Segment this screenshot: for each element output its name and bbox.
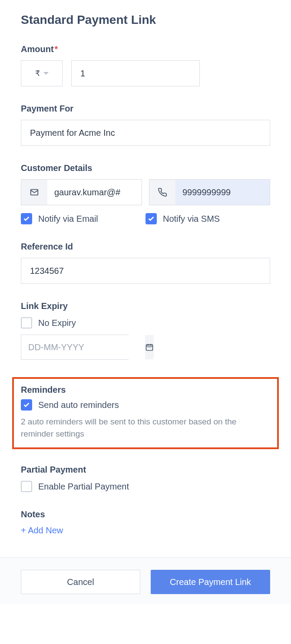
add-note-button[interactable]: + Add New xyxy=(21,526,63,536)
calendar-icon xyxy=(145,343,154,352)
page-title: Standard Payment Link xyxy=(21,13,270,27)
reference-section: Reference Id xyxy=(21,242,270,284)
svg-point-5 xyxy=(148,347,149,348)
reference-label: Reference Id xyxy=(21,242,270,252)
cancel-button[interactable]: Cancel xyxy=(21,570,140,594)
payment-for-input[interactable] xyxy=(21,120,270,146)
partial-payment-section: Partial Payment Enable Partial Payment xyxy=(21,465,270,492)
payment-for-section: Payment For xyxy=(21,104,270,146)
amount-label: Amount* xyxy=(21,44,270,54)
expiry-date-input[interactable] xyxy=(21,335,145,359)
expiry-label: Link Expiry xyxy=(21,301,270,311)
reminders-highlight: Reminders Send auto reminders 2 auto rem… xyxy=(12,377,279,449)
phone-input[interactable] xyxy=(175,180,270,205)
reminders-label: Reminders xyxy=(21,385,270,395)
customer-label: Customer Details xyxy=(21,163,270,173)
currency-select[interactable]: ₹ xyxy=(21,60,63,86)
svg-point-6 xyxy=(149,347,150,348)
amount-input[interactable] xyxy=(71,60,200,86)
no-expiry-checkbox[interactable] xyxy=(21,317,32,329)
customer-section: Customer Details Notify via Email xyxy=(21,163,270,224)
notes-section: Notes + Add New xyxy=(21,509,270,536)
notify-email-checkbox[interactable] xyxy=(21,213,32,224)
amount-label-text: Amount xyxy=(21,44,54,54)
svg-point-7 xyxy=(151,347,152,348)
expiry-date-field xyxy=(21,335,129,360)
notes-label: Notes xyxy=(21,509,270,519)
auto-reminders-label: Send auto reminders xyxy=(38,400,119,410)
partial-payment-checkbox-label: Enable Partial Payment xyxy=(38,482,129,492)
partial-payment-checkbox-row[interactable]: Enable Partial Payment xyxy=(21,481,270,492)
amount-section: Amount* ₹ xyxy=(21,44,270,86)
notify-sms-checkbox-row[interactable]: Notify via SMS xyxy=(146,213,270,224)
auto-reminders-checkbox[interactable] xyxy=(21,399,32,411)
chevron-down-icon xyxy=(43,72,49,75)
notify-sms-checkbox[interactable] xyxy=(146,213,157,224)
reminders-helper-text: 2 auto reminders will be sent to this cu… xyxy=(21,416,270,440)
phone-field-wrap xyxy=(149,179,270,205)
payment-for-label: Payment For xyxy=(21,104,270,114)
reference-input[interactable] xyxy=(21,258,270,284)
no-expiry-label: No Expiry xyxy=(38,318,76,328)
phone-icon xyxy=(149,180,175,205)
notify-sms-label: Notify via SMS xyxy=(163,214,220,224)
currency-symbol: ₹ xyxy=(35,69,40,78)
mail-icon xyxy=(21,180,47,205)
no-expiry-checkbox-row[interactable]: No Expiry xyxy=(21,317,270,329)
required-indicator: * xyxy=(55,44,58,54)
footer: Cancel Create Payment Link xyxy=(0,557,291,604)
calendar-button[interactable] xyxy=(145,335,154,359)
notify-email-label: Notify via Email xyxy=(38,214,98,224)
email-field-wrap xyxy=(21,179,142,205)
partial-payment-label: Partial Payment xyxy=(21,465,270,475)
email-input[interactable] xyxy=(47,180,142,205)
partial-payment-checkbox[interactable] xyxy=(21,481,32,492)
auto-reminders-checkbox-row[interactable]: Send auto reminders xyxy=(21,399,270,411)
create-payment-link-button[interactable]: Create Payment Link xyxy=(151,570,270,594)
expiry-section: Link Expiry No Expiry xyxy=(21,301,270,360)
notify-email-checkbox-row[interactable]: Notify via Email xyxy=(21,213,146,224)
